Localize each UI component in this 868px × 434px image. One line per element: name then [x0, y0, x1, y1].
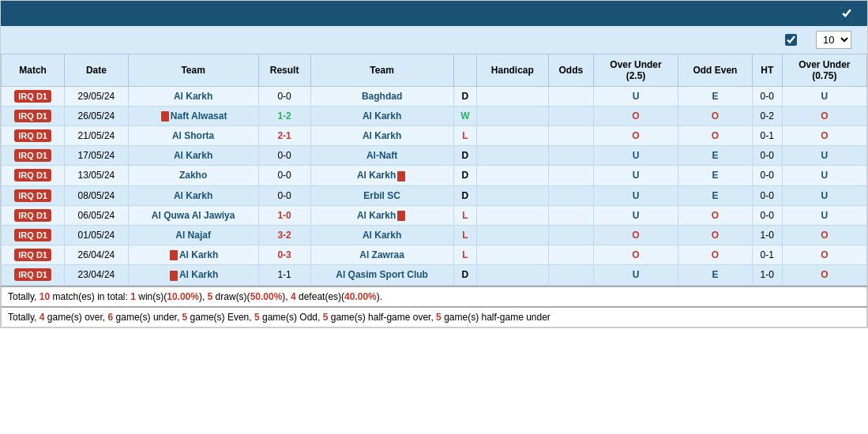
odds-cell	[548, 126, 593, 146]
col-date: Date	[65, 54, 128, 87]
score-cell: 1-0	[258, 205, 310, 225]
summary-draws-pct: 50.00%	[250, 291, 283, 302]
team1-name[interactable]: Al Shorta	[172, 130, 214, 141]
col-ht: HT	[752, 54, 782, 87]
odds-cell	[548, 166, 593, 185]
team1-name[interactable]: Al Karkh	[179, 269, 218, 280]
col-team1: Team	[128, 54, 258, 87]
summary-total: 10	[39, 291, 50, 302]
col-over-under-075: Over Under(0.75)	[782, 54, 866, 87]
display-notes-section	[840, 7, 858, 20]
col-result: Result	[258, 54, 310, 87]
score-cell: 0-0	[258, 146, 310, 166]
games-count-select[interactable]: 5 10 15 20	[816, 31, 851, 49]
scores-table: Match Date Team Result Team Handicap Odd…	[1, 54, 867, 286]
team1-cell: Al Shorta	[128, 126, 258, 146]
team2-name[interactable]: Al Zawraa	[359, 249, 404, 260]
team1-cell: Al Najaf	[128, 225, 258, 245]
team2-name[interactable]: Al Karkh	[363, 230, 401, 241]
table-row: IRQ D129/05/24Al Karkh0-0BaghdadDUE0-0U	[2, 87, 867, 107]
team2-name[interactable]: Baghdad	[362, 91, 402, 102]
team1-name[interactable]: Al Karkh	[174, 190, 212, 201]
team1-name[interactable]: Naft Alwasat	[171, 110, 227, 122]
odd-even-cell: O	[678, 205, 753, 225]
filter-bar: 5 10 15 20	[1, 26, 867, 54]
ht-cell: 0-0	[752, 166, 782, 185]
over-under-cell: O	[593, 126, 678, 146]
date-cell: 01/05/24	[65, 225, 128, 245]
table-header-row: Match Date Team Result Team Handicap Odd…	[2, 54, 867, 87]
team1-name[interactable]: Zakho	[179, 170, 207, 181]
team2-name[interactable]: Al Karkh	[357, 170, 396, 181]
team1-name[interactable]: Al Najaf	[175, 230, 211, 241]
over-under-cell: O	[593, 107, 678, 126]
team2-name[interactable]: Al Karkh	[357, 210, 396, 221]
col-match: Match	[2, 54, 65, 87]
odds-cell	[548, 87, 593, 107]
team1-cell: Naft Alwasat	[128, 107, 258, 126]
match-cell: IRQ D1	[2, 185, 65, 205]
handicap-cell	[476, 265, 548, 285]
team1-name[interactable]: Al Karkh	[179, 249, 218, 260]
table-row: IRQ D121/05/24Al Shorta2-1Al KarkhLOO0-1…	[2, 126, 867, 146]
handicap-cell	[476, 185, 548, 205]
team1-cell: Al Karkh	[128, 146, 258, 166]
display-notes-checkbox[interactable]	[840, 7, 853, 20]
team2-name[interactable]: Al Karkh	[363, 110, 401, 122]
over-under2-cell: O	[782, 245, 866, 264]
team1-name[interactable]: Al Karkh	[174, 91, 212, 102]
over-under2-cell: U	[782, 87, 866, 107]
ht-cell: 0-0	[752, 146, 782, 166]
team1-cell: Al Karkh	[128, 245, 258, 264]
odd-even-cell: O	[678, 245, 753, 264]
team2-cell: Erbil SC	[310, 185, 453, 205]
s-odd: 5	[254, 312, 260, 323]
match-badge: IRQ D1	[14, 249, 51, 261]
team2-cell: Al Karkh	[310, 126, 453, 146]
handicap-cell	[476, 166, 548, 185]
score-cell: 1-2	[258, 107, 310, 126]
table-row: IRQ D126/04/24Al Karkh0-3Al ZawraaLOO0-1…	[2, 245, 867, 264]
team1-name[interactable]: Al Quwa Al Jawiya	[152, 210, 235, 221]
odds-cell	[548, 185, 593, 205]
over-under2-cell: U	[782, 146, 866, 166]
over-under-cell: U	[593, 205, 678, 225]
team2-name[interactable]: Al Qasim Sport Club	[336, 269, 428, 280]
match-cell: IRQ D1	[2, 265, 65, 285]
team2-name[interactable]: Al-Naft	[366, 150, 397, 161]
handicap-cell	[476, 87, 548, 107]
ht-cell: 0-0	[752, 205, 782, 225]
score-cell: 1-1	[258, 265, 310, 285]
team2-cell: Al Qasim Sport Club	[310, 265, 453, 285]
team2-cell: Al Karkh	[310, 166, 453, 185]
summary-table: Totally, 10 match(es) in total: 1 win(s)…	[1, 286, 867, 327]
odds-cell	[548, 245, 593, 264]
match-cell: IRQ D1	[2, 245, 65, 264]
match-cell: IRQ D1	[2, 225, 65, 245]
score-cell: 0-0	[258, 185, 310, 205]
team2-name[interactable]: Erbil SC	[363, 190, 400, 201]
summary-row-2: Totally, 4 game(s) over, 6 game(s) under…	[2, 307, 867, 327]
team2-cell: Baghdad	[310, 87, 453, 107]
team1-name[interactable]: Al Karkh	[174, 150, 212, 161]
date-cell: 26/04/24	[65, 245, 128, 264]
handicap-cell	[476, 225, 548, 245]
match-badge: IRQ D1	[14, 90, 51, 103]
handicap-cell	[476, 107, 548, 126]
match-badge: IRQ D1	[14, 169, 51, 181]
result-cell: L	[453, 245, 476, 264]
team2-name[interactable]: Al Karkh	[363, 130, 401, 141]
over-under2-cell: U	[782, 205, 866, 225]
s-over: 4	[39, 312, 45, 323]
main-container: 5 10 15 20 Match Date Team Result Team H…	[0, 0, 868, 328]
team1-cell: Al Quwa Al Jawiya	[128, 205, 258, 225]
ht-cell: 0-1	[752, 245, 782, 264]
red-card-icon	[170, 271, 178, 281]
league-filter-checkbox[interactable]	[785, 34, 797, 46]
team2-cell: Al-Naft	[310, 146, 453, 166]
date-cell: 26/05/24	[65, 107, 128, 126]
match-badge: IRQ D1	[14, 129, 51, 142]
odds-cell	[548, 265, 593, 285]
ht-cell: 0-1	[752, 126, 782, 146]
header	[1, 1, 867, 26]
